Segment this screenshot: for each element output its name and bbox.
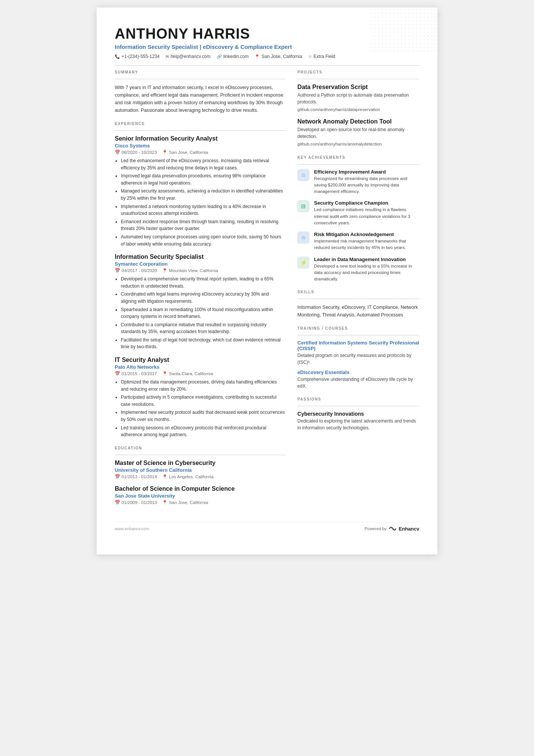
exp-location-1: 📍 Mountain View, California (162, 268, 218, 273)
summary-text: With 7 years in IT and information secur… (115, 84, 285, 114)
enhancv-brand-text: Enhancv (399, 526, 419, 532)
exp-bullets-2: Optimized the data management processes,… (115, 379, 285, 438)
passion-title-0: Cybersecurity Innovations (297, 411, 419, 417)
bullet-item: Developed a comprehensive security threa… (121, 275, 285, 290)
achievement-icon-2: ☆ (297, 232, 309, 244)
footer: www.enhancv.com Powered by Enhancv (115, 522, 419, 532)
bullet-item: Implemented a network monitoring system … (121, 203, 285, 217)
exp-location-0: 📍 San Jose, California (162, 150, 208, 155)
project-desc-1: Developed an open-source tool for real-t… (297, 126, 419, 140)
calendar-icon-edu0: 📅 (115, 474, 120, 479)
exp-meta-0: 📅 06/2020 - 10/2023 📍 San Jose, Californ… (115, 150, 285, 155)
bullet-item: Participated actively in 5 compliance in… (121, 394, 285, 408)
edu-degree-0: Master of Science in Cybersecurity (115, 460, 285, 466)
edu-school-1: San Jose State University (115, 493, 285, 499)
achievement-title-0: Efficiency Improvement Award (314, 169, 419, 175)
skills-text: Information Security, eDiscovery, IT Com… (297, 304, 419, 319)
header-divider (115, 65, 419, 66)
pin-icon-edu1: 📍 (162, 500, 167, 505)
exp-title-1: Information Security Specialist (115, 254, 285, 260)
summary-section: SUMMARY With 7 years in IT and informati… (115, 70, 285, 114)
phone-icon: 📞 (115, 54, 120, 59)
training-desc-1: Comprehensive understanding of eDiscover… (297, 376, 419, 390)
project-title-0: Data Preservation Script (297, 84, 419, 91)
pin-icon-1: 📍 (162, 268, 167, 273)
bullet-item: Implemented new security protocol audits… (121, 409, 285, 423)
projects-section: PROJECTS Data Preservation Script Author… (297, 70, 419, 148)
enhancv-logo-icon (389, 526, 397, 531)
achievement-icon-1: ⊟ (297, 200, 309, 212)
passions-divider (297, 406, 419, 406)
exp-meta-2: 📅 01/2015 - 03/2017 📍 Santa Clara, Calif… (115, 371, 285, 376)
star-icon: ☆ (308, 54, 312, 59)
exp-title-2: IT Security Analyst (115, 357, 285, 363)
training-title-1: eDiscovery Essentials (297, 369, 419, 375)
bullet-item: Led the enhancement of the eDiscovery pr… (121, 157, 285, 171)
edu-meta-1: 📅 01/2009 - 01/2013 📍 San Jose, Californ… (115, 500, 285, 505)
project-desc-0: Authored a Python script to automate dat… (297, 92, 419, 105)
bullet-item: Improved legal data preservation procedu… (121, 172, 285, 186)
summary-divider (115, 79, 285, 79)
achievement-3: ⚡ Leader in Data Management Innovation D… (297, 257, 419, 283)
passion-entry-0: Cybersecurity Innovations Dedicated to e… (297, 411, 419, 431)
contact-website: 🔗 linkedin.com (217, 54, 249, 59)
bullet-item: Facilitated the setup of legal hold tech… (121, 337, 285, 351)
project-link-1: github.com/anthonyharris/anomalydetectio… (297, 141, 419, 147)
link-icon: 🔗 (217, 54, 222, 59)
achievement-icon-0: ☆ (297, 169, 309, 181)
project-title-1: Network Anomaly Detection Tool (297, 118, 419, 125)
experience-entry-2: IT Security Analyst Palo Alto Networks 📅… (115, 357, 285, 438)
calendar-icon-2: 📅 (115, 371, 120, 376)
contact-row: 📞 +1-(234)-555-1234 ✉ help@enhancv.com 🔗… (115, 54, 419, 59)
skills-section: SKILLS Information Security, eDiscovery,… (297, 290, 419, 319)
exp-org-2: Palo Alto Networks (115, 364, 285, 370)
bullet-item: Contributed to a compliance initiative t… (121, 321, 285, 335)
exp-org-0: Cisco Systems (115, 143, 285, 149)
training-entry-1: eDiscovery Essentials Comprehensive unde… (297, 369, 419, 390)
pin-icon-2: 📍 (162, 371, 167, 376)
training-divider (297, 335, 419, 335)
calendar-icon-0: 📅 (115, 150, 120, 155)
achievement-text-1: Led compliance initiatives resulting in … (314, 207, 419, 226)
left-column: SUMMARY With 7 years in IT and informati… (115, 70, 285, 513)
achievement-title-2: Risk Mitigation Acknowledgement (314, 232, 419, 237)
achievement-1: ⊟ Security Compliance Champion Led compl… (297, 200, 419, 226)
education-divider (115, 455, 285, 455)
bullet-item: Enhanced incident response times through… (121, 218, 285, 232)
education-entry-0: Master of Science in Cybersecurity Unive… (115, 460, 285, 479)
exp-location-2: 📍 Santa Clara, California (162, 371, 213, 376)
skills-label: SKILLS (297, 290, 419, 294)
training-desc-0: Detailed program on security measures an… (297, 352, 419, 366)
bullet-item: Spearheaded a team in remediating 100% o… (121, 306, 285, 320)
main-columns: SUMMARY With 7 years in IT and informati… (115, 70, 419, 513)
footer-url: www.enhancv.com (115, 526, 149, 531)
education-label: EDUCATION (115, 446, 285, 450)
edu-school-0: University of Southern California (115, 467, 285, 473)
training-title-0: Certified Information Systems Security P… (297, 340, 419, 351)
calendar-icon-1: 📅 (115, 268, 120, 273)
bullet-item: Optimized the data management processes,… (121, 379, 285, 393)
achievement-2: ☆ Risk Mitigation Acknowledgement Implem… (297, 232, 419, 251)
education-section: EDUCATION Master of Science in Cybersecu… (115, 446, 285, 505)
passions-section: PASSIONS Cybersecurity Innovations Dedic… (297, 397, 419, 431)
training-section: TRAINING / COURSES Certified Information… (297, 326, 419, 390)
achievement-title-3: Leader in Data Management Innovation (314, 257, 419, 262)
experience-entry-1: Information Security Specialist Symantec… (115, 254, 285, 351)
achievements-label: KEY ACHIEVEMENTS (297, 155, 419, 160)
achievement-0: ☆ Efficiency Improvement Award Recognize… (297, 169, 419, 195)
passion-text-0: Dedicated to exploring the latest advanc… (297, 418, 419, 431)
contact-email: ✉ help@enhancv.com (166, 54, 210, 59)
exp-dates-1: 📅 04/2017 - 05/2020 (115, 268, 157, 273)
skills-divider (297, 299, 419, 299)
edu-degree-1: Bachelor of Science in Computer Science (115, 485, 285, 492)
exp-org-1: Symantec Corporation (115, 261, 285, 267)
contact-extra: ☆ Extra Field (308, 54, 335, 59)
bullet-item: Coordinated with legal teams improving e… (121, 291, 285, 305)
training-entry-0: Certified Information Systems Security P… (297, 340, 419, 366)
achievement-text-3: Developed a new tool leading to a 55% in… (314, 263, 419, 283)
edu-meta-0: 📅 01/2013 - 01/2014 📍 Los Angeles, Calif… (115, 474, 285, 479)
exp-title-0: Senior Information Security Analyst (115, 135, 285, 142)
exp-dates-2: 📅 01/2015 - 03/2017 (115, 371, 157, 376)
exp-dates-0: 📅 06/2020 - 10/2023 (115, 150, 157, 155)
contact-phone: 📞 +1-(234)-555-1234 (115, 54, 159, 59)
